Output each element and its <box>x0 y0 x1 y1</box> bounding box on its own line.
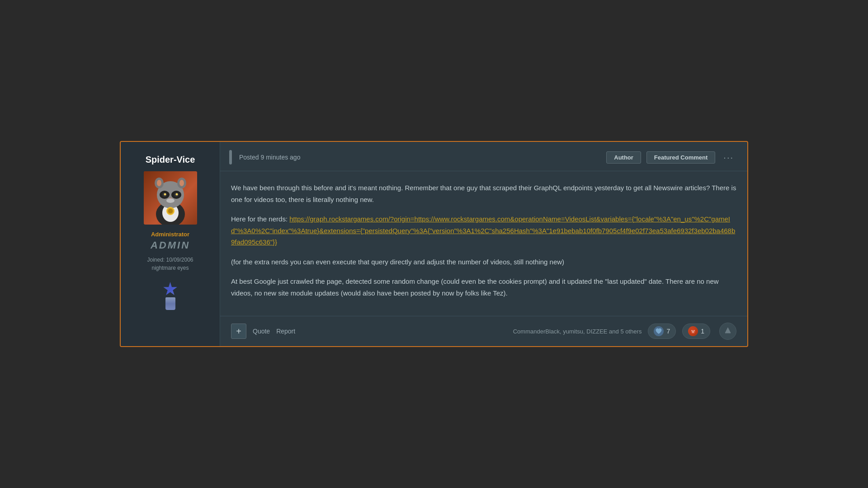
post-header: Posted 9 minutes ago Author Featured Com… <box>220 142 747 171</box>
svg-point-21 <box>693 331 694 332</box>
svg-point-16 <box>179 180 184 186</box>
svg-point-12 <box>166 198 175 203</box>
more-options-button[interactable]: ··· <box>721 151 736 164</box>
post-footer: + Quote Report CommanderBlack, yumitsu, … <box>220 316 747 346</box>
main-content: Posted 9 minutes ago Author Featured Com… <box>220 142 747 346</box>
angry-icon <box>688 326 698 336</box>
svg-point-10 <box>175 193 178 196</box>
like-icon <box>654 326 664 336</box>
body-paragraph-1: We have been through this before and it'… <box>231 182 736 205</box>
post-container: Spider-Vice <box>120 141 748 347</box>
graphql-link[interactable]: https://graph.rockstargames.com/?origin=… <box>231 215 735 246</box>
add-reaction-button[interactable]: + <box>231 324 246 339</box>
featured-comment-tag: Featured Comment <box>646 151 715 164</box>
medal <box>163 282 178 310</box>
report-button[interactable]: Report <box>276 328 295 335</box>
body-paragraph-4: At best Google just crawled the page, de… <box>231 276 736 299</box>
location: nightmare eyes <box>151 265 189 271</box>
svg-point-18 <box>168 209 173 213</box>
medal-bottom-icon <box>165 297 175 310</box>
like-reaction-button[interactable]: 7 <box>648 324 676 339</box>
sidebar: Spider-Vice <box>121 142 220 346</box>
posted-time: Posted 9 minutes ago <box>239 154 601 161</box>
quote-button[interactable]: Quote <box>253 328 270 335</box>
svg-point-9 <box>164 193 166 196</box>
username: Spider-Vice <box>146 155 195 165</box>
upvote-icon <box>724 326 732 337</box>
svg-point-15 <box>157 180 161 186</box>
author-tag: Author <box>606 151 641 164</box>
avatar <box>144 171 197 225</box>
joined-date: Joined: 10/09/2006 <box>147 257 193 263</box>
medal-top-icon <box>163 282 178 296</box>
svg-point-19 <box>690 328 696 334</box>
admin-badge: ADMIN <box>151 239 190 251</box>
body-paragraph-3: (for the extra nerds you can even execut… <box>231 256 736 268</box>
reactors-list: CommanderBlack, yumitsu, DIZZEE and 5 ot… <box>513 328 642 335</box>
role-badge: Administrator <box>151 231 189 238</box>
angry-reaction-button[interactable]: 1 <box>682 324 710 339</box>
header-bar <box>229 150 232 164</box>
like-count: 7 <box>666 328 670 335</box>
upvote-button[interactable] <box>719 323 736 340</box>
svg-point-20 <box>692 331 693 332</box>
angry-count: 1 <box>701 328 704 335</box>
post-body: We have been through this before and it'… <box>220 171 747 316</box>
body-paragraph-2: Here for the nerds: https://graph.rockst… <box>231 213 736 248</box>
body-p2-prefix: Here for the nerds: <box>231 215 289 223</box>
avatar-image <box>144 171 197 225</box>
